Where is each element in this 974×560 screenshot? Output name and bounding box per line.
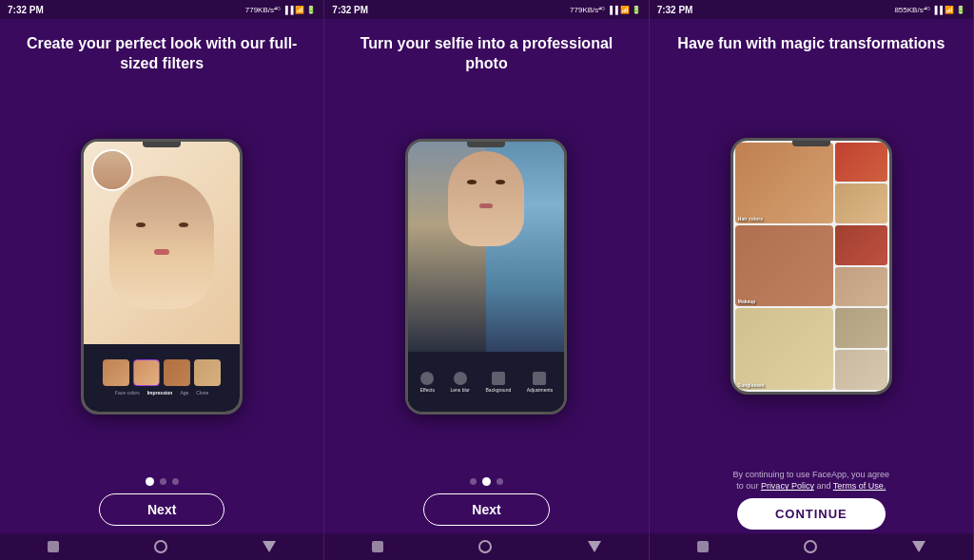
dot-3 [172, 478, 179, 485]
phone-area-1: Face colors Impression Age Clone [0, 84, 323, 470]
lensblur-icon [454, 372, 467, 385]
panel-1-title: Create your perfect look with our full-s… [0, 19, 323, 84]
terms-link[interactable]: Terms of Use. [833, 481, 886, 491]
before-after-photo-2 [408, 142, 564, 353]
dot-active-1 [146, 477, 154, 486]
filter-thumb-2 [133, 359, 160, 386]
home-nav-icon-2 [478, 540, 492, 553]
filter-thumb-4 [194, 359, 221, 386]
status-bar-3: 7:32 PM 855KB/s⁴ᴳ ▐▐ 📶 🔋 [650, 0, 973, 19]
makeup-row: Makeup [735, 225, 887, 306]
phone-mockup-2: Effects Lens blur Background Adjustments [405, 139, 567, 415]
toolbar-2: Effects Lens blur Background Adjustments [408, 352, 564, 411]
dot-active-p2 [482, 477, 491, 486]
status-icons-3: 855KB/s⁴ᴳ ▐▐ 📶 🔋 [894, 6, 965, 14]
makeup-thumb-main: Makeup [735, 225, 833, 306]
before-after-thumbnail-1 [91, 149, 133, 191]
status-time-3: 7:32 PM [657, 5, 693, 15]
next-button-2[interactable]: Next [423, 493, 549, 526]
filter-row-1 [103, 359, 221, 386]
makeup-label: Makeup [738, 299, 756, 304]
hair-label: Hair colors [738, 216, 763, 222]
panel-2: 7:32 PM 779KB/s⁴ᴳ ▐▐ 📶 🔋 Turn your selfi… [324, 0, 649, 560]
hair-thumb-main: Hair colors [735, 143, 833, 223]
filter-label-age: Age [180, 390, 188, 396]
filter-thumb-1 [103, 359, 129, 386]
face-photo-2 [448, 151, 524, 246]
sunglasses-label: Sunglasses [738, 382, 765, 388]
status-time-1: 7:32 PM [8, 5, 44, 15]
dot-2 [160, 478, 166, 485]
back-nav-icon-1 [48, 541, 59, 552]
recent-nav-icon-1 [263, 541, 276, 552]
panel-2-title: Turn your selfie into a professional pho… [324, 19, 648, 84]
filter-label-clone: Clone [196, 390, 208, 396]
continue-button-3[interactable]: CONTINUE [737, 498, 886, 530]
adjustments-icon [533, 372, 546, 385]
filter-label-facecolors: Face colors [115, 390, 140, 396]
dot-3-p2 [497, 478, 503, 485]
nav-bar-2 [324, 533, 648, 560]
phone-mockup-1: Face colors Impression Age Clone [81, 139, 243, 415]
hair-colors-row: Hair colors [735, 143, 887, 223]
dots-2 [470, 470, 503, 493]
panel-3-title: Have fun with magic transformations [658, 19, 964, 64]
recent-nav-icon-3 [912, 541, 925, 552]
back-nav-icon-2 [372, 541, 383, 552]
status-time-2: 7:32 PM [332, 5, 368, 15]
toolbar-background-2: Background [486, 372, 512, 393]
face-image-1 [109, 176, 214, 309]
home-nav-icon-1 [154, 540, 167, 553]
phone-area-3: Hair colors Makeup [650, 64, 973, 469]
back-nav-icon-3 [697, 541, 709, 552]
sunglasses-row: Sunglasses [735, 308, 887, 389]
phone-mockup-3: Hair colors Makeup [730, 138, 892, 395]
recent-nav-icon-2 [588, 541, 601, 552]
home-nav-icon-3 [804, 540, 817, 553]
phone-screen-3: Hair colors Makeup [733, 141, 889, 392]
phone-area-2: Effects Lens blur Background Adjustments [324, 84, 648, 470]
status-bar-1: 7:32 PM 779KB/s⁴ᴳ ▐▐ 📶 🔋 [0, 0, 323, 19]
panel-3: 7:32 PM 855KB/s⁴ᴳ ▐▐ 📶 🔋 Have fun with m… [650, 0, 974, 560]
panel-1: 7:32 PM 779KB/s⁴ᴳ ▐▐ 📶 🔋 Create your per… [0, 0, 324, 560]
nav-bar-1 [0, 533, 323, 560]
filter-label-impression: Impression [147, 390, 173, 396]
status-icons-1: 779KB/s⁴ᴳ ▐▐ 📶 🔋 [245, 6, 317, 14]
status-bar-2: 7:32 PM 779KB/s⁴ᴳ ▐▐ 📶 🔋 [324, 0, 648, 19]
dots-1 [146, 470, 179, 493]
toolbar-adjustments-2: Adjustments [527, 372, 554, 393]
next-button-1[interactable]: Next [99, 493, 224, 526]
toolbar-effects-2: Effects [420, 372, 435, 393]
sunglasses-thumb-main: Sunglasses [735, 308, 833, 389]
phone-screen-2: Effects Lens blur Background Adjustments [408, 142, 564, 412]
privacy-text-3: By continuing to use FaceApp, you agreet… [722, 469, 902, 492]
phone-screen-1: Face colors Impression Age Clone [84, 142, 240, 412]
face-main-1 [84, 142, 240, 344]
background-icon [492, 372, 505, 385]
privacy-policy-link[interactable]: Privacy Policy [761, 481, 814, 491]
filter-thumb-3 [164, 359, 190, 386]
nav-bar-3 [650, 533, 973, 560]
dot-1-p2 [470, 478, 477, 485]
filter-toolbar-1: Face colors Impression Age Clone [84, 344, 240, 412]
status-icons-2: 779KB/s⁴ᴳ ▐▐ 📶 🔋 [570, 6, 641, 14]
transformation-grid-3: Hair colors Makeup [733, 141, 889, 392]
effects-icon [420, 372, 434, 385]
toolbar-lensblur-2: Lens blur [450, 372, 470, 393]
